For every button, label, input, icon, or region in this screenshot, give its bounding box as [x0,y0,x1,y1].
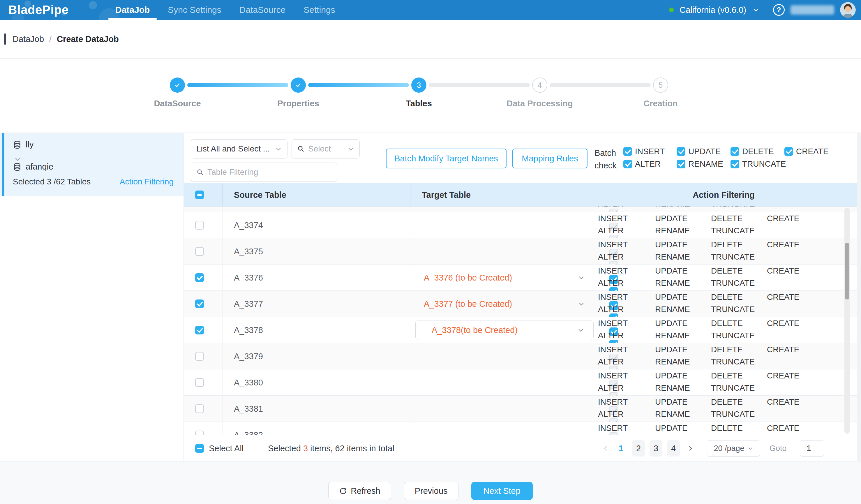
action-alter: ALTER [598,226,655,235]
page-title: Create DataJob [57,35,119,44]
help-icon[interactable]: ? [773,4,785,16]
select-all-label[interactable]: Select All [209,435,244,462]
step-connector [550,83,651,87]
window-scrollbar-track[interactable] [857,133,861,461]
row-checkbox[interactable] [195,352,204,361]
nav-tab-datajob[interactable]: DataJob [115,0,150,20]
action-row: INSERTUPDATEDELETECREATE [598,214,819,223]
schema-card-accent [2,133,4,196]
row-checkbox[interactable] [195,221,204,230]
checkbox-rename[interactable] [676,160,685,168]
select-all-checkbox[interactable] [195,444,204,453]
brand-logo[interactable]: BladePipe [8,3,69,17]
page-size-select[interactable]: 20 /page [707,440,760,457]
batch-check-update: UPDATE [676,147,721,156]
table-filter-input[interactable] [207,167,331,177]
nav-tab-datasource[interactable]: DataSource [240,0,285,20]
chevron-down-icon[interactable] [578,300,585,308]
selection-count-summary: Selected 3 items, 62 items in total [268,435,394,462]
refresh-button[interactable]: Refresh [328,482,391,500]
step-number: 5 [659,81,662,90]
checkbox-label: TRUNCATE [711,383,755,393]
action-row: INSERTUPDATEDELETECREATE [598,319,819,328]
checkbox-label: TRUNCATE [711,226,755,235]
table-row: A_3378A_3378(to be Created)INSERTUPDATED… [184,317,861,343]
row-checkbox[interactable] [195,404,204,413]
action-row: ALTERRENAMETRUNCATE [598,410,767,419]
row-checkbox[interactable] [195,299,204,308]
checkbox-label: CREATE [767,240,800,249]
row-checkbox[interactable] [195,378,204,387]
row-checkbox[interactable] [195,326,204,335]
action-filtering-cell: INSERTUPDATEDELETECREATEALTERRENAMETRUNC… [598,317,849,343]
target-table-select[interactable]: A_3377 (to be Created) [424,291,512,317]
table-scrollbar[interactable] [844,208,850,434]
list-mode-value: List All and Select ... [196,144,272,153]
mapping-rules-button[interactable]: Mapping Rules [512,149,587,168]
row-checkbox[interactable] [195,273,204,282]
batch-check-truncate: TRUNCATE [730,159,786,169]
action-rename: RENAME [655,252,711,262]
action-row: ALTERRENAMETRUNCATE [598,383,767,393]
checkbox-label: ALTER [598,357,624,367]
checkbox-alter[interactable] [623,160,632,168]
checkbox-label: UPDATE [655,214,688,223]
checkbox-update[interactable] [676,147,685,156]
source-table-header: Source Table [234,183,286,206]
nav-tab-settings[interactable]: Settings [303,0,335,20]
table-scrollbar-thumb[interactable] [845,243,849,299]
avatar[interactable] [840,2,856,18]
checkbox-label: RENAME [655,226,690,235]
target-table-select[interactable]: A_3378(to be Created) [415,320,593,340]
goto-page-input[interactable] [800,440,824,457]
schema-card[interactable]: lly afanqie Selected 3 /62 Tables Action… [0,133,183,196]
nav-tab-sync-settings[interactable]: Sync Settings [168,0,221,20]
target-table-select[interactable]: A_3376 (to be Created) [424,264,512,291]
target-schema-name: afanqie [26,162,53,172]
breadcrumb-parent[interactable]: DataJob [13,35,44,44]
select-dropdown[interactable]: Select [291,139,360,159]
step-circle-data-processing[interactable]: 4 [532,78,547,93]
action-update: UPDATE [655,266,711,276]
action-filtering-link[interactable]: Action Filtering [120,177,174,187]
page-button-3[interactable]: 3 [650,440,662,457]
chevron-down-icon[interactable] [578,274,585,282]
checkbox-insert[interactable] [623,147,632,156]
list-mode-dropdown[interactable]: List All and Select ... [191,139,287,159]
checkbox-label: INSERT [598,319,628,328]
step-label-creation: Creation [611,99,710,108]
row-checkbox[interactable] [195,247,204,256]
previous-button[interactable]: Previous [404,482,459,500]
next-page-button[interactable] [684,440,697,457]
source-table-cell: A_3381 [234,396,263,422]
checkbox-label: TRUNCATE [711,278,755,288]
action-delete: DELETE [711,345,767,354]
region-version-label[interactable]: California (v0.6.0) [680,5,746,15]
select-all-header-checkbox[interactable] [195,191,204,199]
checkbox-truncate[interactable] [730,160,739,168]
checkbox-label: UPDATE [655,266,688,276]
select-placeholder: Select [308,144,344,153]
checkbox-label: CREATE [767,397,800,407]
action-rename: RENAME [655,331,711,340]
checkbox-create[interactable] [784,147,793,156]
page-size-value: 20 /page [714,444,744,453]
step-circle-creation[interactable]: 5 [653,78,668,93]
table-header: Source Table Target Table Action Filteri… [184,183,861,206]
row-checkbox[interactable] [195,431,204,435]
next-step-button[interactable]: Next Step [471,482,533,500]
batch-modify-target-names-button[interactable]: Batch Modify Target Names [386,149,507,168]
checkbox-delete[interactable] [730,147,739,156]
page-button-2[interactable]: 2 [632,440,645,457]
action-truncate: TRUNCATE [711,252,767,262]
page-button-1[interactable]: 1 [615,440,627,457]
page-button-4[interactable]: 4 [667,440,680,457]
action-truncate: TRUNCATE [711,331,767,340]
step-circle-tables[interactable]: 3 [411,78,426,93]
prev-page-button[interactable] [599,440,612,457]
step-circle-datasource[interactable] [170,78,185,93]
step-circle-properties[interactable] [291,78,306,93]
source-table-cell: A_3377 [234,291,263,317]
chevron-down-icon[interactable] [752,6,760,14]
goto-label: Goto [769,435,787,462]
